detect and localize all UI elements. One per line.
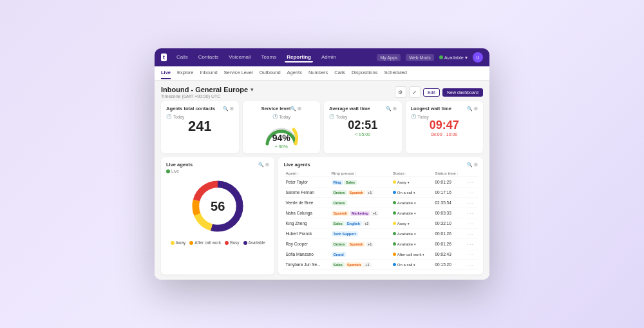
agent-status[interactable]: Available ▾ bbox=[391, 208, 433, 218]
agent-name: Tonybara Jun Se... bbox=[283, 260, 329, 270]
nav-contacts[interactable]: Contacts bbox=[196, 53, 221, 63]
expand-icon-5[interactable]: ⊞ bbox=[265, 162, 269, 168]
subnav-agents[interactable]: Agents bbox=[287, 67, 302, 79]
subnav-inbound[interactable]: Inbound bbox=[200, 67, 217, 79]
clock-icon-2: 🕐 bbox=[272, 114, 278, 119]
donut-card: Live agents 🔍 ⊞ Live bbox=[161, 157, 274, 275]
top-nav: t Calls Contacts Voicemail Teams Reporti… bbox=[155, 48, 489, 66]
nav-teams[interactable]: Teams bbox=[260, 53, 279, 63]
service-level-header: Service level 🔍 ⊞ bbox=[261, 106, 301, 111]
expand-icon-6[interactable]: ⊞ bbox=[474, 162, 478, 168]
subnav-dispositions[interactable]: Dispositions bbox=[352, 67, 377, 79]
subnav-numbers[interactable]: Numbers bbox=[308, 67, 328, 79]
table-row: Naha ColungaSpanishMarketing+1Available … bbox=[283, 208, 478, 218]
nav-calls[interactable]: Calls bbox=[175, 53, 190, 63]
status-label: Available bbox=[444, 55, 464, 61]
agent-tags: OrdersSpanish+1 bbox=[330, 188, 391, 198]
nav-reporting[interactable]: Reporting bbox=[285, 53, 313, 63]
agents-total-title: Agents total contacts bbox=[166, 106, 215, 111]
col-status-time: Status time↕ bbox=[433, 170, 465, 177]
agent-status[interactable]: Away ▾ bbox=[391, 218, 433, 229]
app-logo: t bbox=[161, 53, 167, 61]
longest-wait-icons: 🔍 ⊞ bbox=[467, 106, 478, 111]
avg-wait-header: Average wait time 🔍 ⊞ bbox=[329, 106, 397, 111]
settings-button[interactable]: ⚙ bbox=[395, 86, 406, 98]
expand-icon-3[interactable]: ⊞ bbox=[393, 106, 397, 111]
expand-icon-2[interactable]: ⊞ bbox=[298, 106, 301, 111]
search-icon[interactable]: 🔍 bbox=[223, 106, 229, 111]
longest-wait-value: 09:47 bbox=[411, 119, 478, 131]
my-apps-badge[interactable]: My Apps bbox=[377, 54, 401, 61]
row-actions[interactable]: ··· bbox=[465, 218, 478, 229]
table-row: Ray CooperOrdersSpanish+1Available ▾00:0… bbox=[283, 239, 478, 249]
search-icon-2[interactable]: 🔍 bbox=[290, 106, 296, 111]
legend-busy-dot bbox=[225, 241, 229, 245]
subnav-scheduled[interactable]: Scheduled bbox=[384, 67, 406, 79]
search-icon-3[interactable]: 🔍 bbox=[386, 106, 392, 111]
subnav-outbound[interactable]: Outbound bbox=[260, 67, 281, 79]
nav-admin[interactable]: Admin bbox=[319, 53, 338, 63]
row-actions[interactable]: ··· bbox=[465, 249, 478, 260]
avatar[interactable]: U bbox=[473, 52, 483, 63]
avg-wait-card: Average wait time 🔍 ⊞ 🕐 Today 02:51 < 05… bbox=[324, 101, 402, 153]
table-row: Veerle de BreeOrdersAvailable ▾02:35:54·… bbox=[283, 198, 478, 208]
donut-legend: Away After call work Busy Available bbox=[171, 240, 265, 245]
search-icon-6[interactable]: 🔍 bbox=[467, 162, 473, 168]
subnav-explore[interactable]: Explore bbox=[177, 67, 193, 79]
table-row: Sofia ManzanoGrandAfter call work ▾00:02… bbox=[283, 249, 478, 260]
subnav-live[interactable]: Live bbox=[161, 67, 171, 79]
legend-after-call: After call work bbox=[189, 240, 221, 245]
agent-status-time: 02:35:54 bbox=[433, 198, 465, 208]
row-actions[interactable]: ··· bbox=[465, 198, 478, 208]
agent-status[interactable]: Away ▾ bbox=[391, 177, 433, 188]
agents-table: Agent↕ Ring groups↕ Status↕ Status time↕… bbox=[283, 170, 478, 270]
table-card: Live agents 🔍 ⊞ Agent↕ Ring groups↕ Stat… bbox=[278, 157, 483, 275]
clock-icon-3: 🕐 bbox=[329, 114, 335, 119]
status-chevron: ▾ bbox=[465, 55, 468, 61]
subnav-calls[interactable]: Calls bbox=[334, 67, 345, 79]
dashboard-title: Inbound - General Europe bbox=[161, 86, 248, 93]
row-actions[interactable]: ··· bbox=[465, 208, 478, 218]
agent-tags: SpanishMarketing+1 bbox=[330, 208, 391, 218]
title-chevron[interactable]: ▾ bbox=[251, 86, 254, 93]
stats-row: Agents total contacts 🔍 ⊞ 🕐 Today 241 Se… bbox=[161, 101, 483, 153]
edit-button[interactable]: Edit bbox=[423, 88, 440, 97]
nav-items: Calls Contacts Voicemail Teams Reporting… bbox=[175, 53, 369, 63]
row-actions[interactable]: ··· bbox=[465, 239, 478, 249]
legend-after-call-dot bbox=[189, 241, 193, 245]
agent-tags: Tech Support bbox=[330, 229, 391, 239]
dash-title: Inbound - General Europe ▾ bbox=[161, 86, 254, 93]
subnav-service-level[interactable]: Service Level bbox=[224, 67, 253, 79]
row-actions[interactable]: ··· bbox=[465, 177, 478, 188]
agent-status[interactable]: On a call ▾ bbox=[391, 188, 433, 198]
legend-available-dot bbox=[243, 241, 247, 245]
dash-header: Inbound - General Europe ▾ Timezone (GMT… bbox=[161, 86, 483, 99]
col-status: Status↕ bbox=[391, 170, 433, 177]
dash-actions: ⚙ ⤢ Edit New dashboard bbox=[395, 86, 483, 98]
agent-status[interactable]: Available ▾ bbox=[391, 239, 433, 249]
row-actions[interactable]: ··· bbox=[465, 188, 478, 198]
nav-voicemail[interactable]: Voicemail bbox=[227, 53, 252, 63]
agent-name: Naha Colunga bbox=[283, 208, 329, 218]
search-icon-5[interactable]: 🔍 bbox=[258, 162, 264, 168]
agent-name: Ray Cooper bbox=[283, 239, 329, 249]
agent-status-time: 00:17:16 bbox=[433, 188, 465, 198]
agent-status[interactable]: After call work ▾ bbox=[391, 249, 433, 260]
gauge-wrapper: 94% bbox=[262, 121, 301, 143]
agent-status[interactable]: On a call ▾ bbox=[391, 260, 433, 270]
table-card-header: Live agents 🔍 ⊞ bbox=[283, 162, 478, 168]
status-indicator[interactable]: Available ▾ bbox=[439, 55, 468, 61]
search-icon-4[interactable]: 🔍 bbox=[467, 106, 473, 111]
donut-svg-container: 56 bbox=[189, 177, 247, 235]
filter-icon[interactable]: ⊞ bbox=[230, 106, 234, 111]
new-dashboard-button[interactable]: New dashboard bbox=[442, 88, 483, 97]
row-actions[interactable]: ··· bbox=[465, 260, 478, 270]
web-mods-badge[interactable]: Web Mods bbox=[406, 54, 433, 61]
agent-status[interactable]: Available ▾ bbox=[391, 198, 433, 208]
agent-tags: Orders bbox=[330, 198, 391, 208]
row-actions[interactable]: ··· bbox=[465, 229, 478, 239]
expand-icon-4[interactable]: ⊞ bbox=[474, 106, 478, 111]
agent-status[interactable]: Available ▾ bbox=[391, 229, 433, 239]
expand-button[interactable]: ⤢ bbox=[409, 86, 421, 98]
agent-name: King Zheng bbox=[283, 218, 329, 229]
